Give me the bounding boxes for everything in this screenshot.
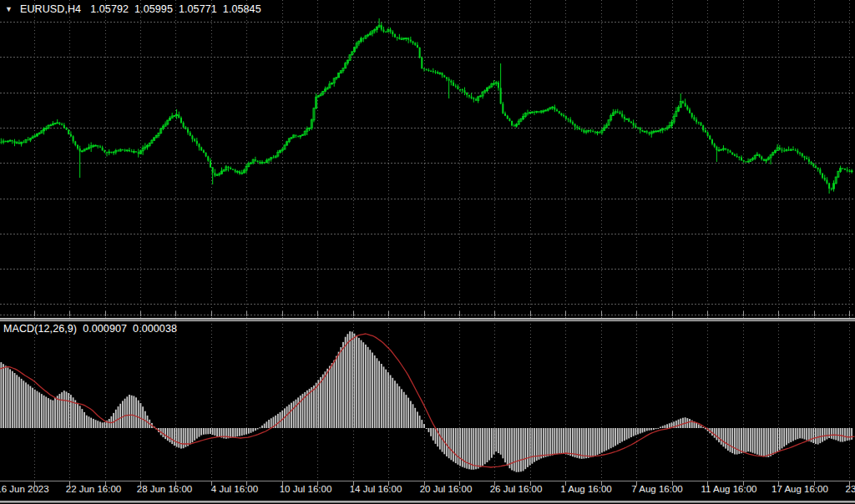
- time-axis-label: 14 Jul 16:00: [350, 484, 402, 494]
- symbol-marker-icon: ▼: [5, 6, 13, 13]
- time-axis-label: 22 Jun 16:00: [66, 484, 122, 494]
- indicator-signal-value: 0.000038: [133, 323, 177, 335]
- time-axis-label: 17 Aug 16:00: [772, 484, 828, 494]
- time-axis-label: 1 Aug 16:00: [560, 484, 611, 494]
- time-axis-label: 10 Jul 16:00: [280, 484, 332, 494]
- time-axis-label: 16 Jun 2023: [0, 484, 49, 494]
- time-axis[interactable]: 16 Jun 202322 Jun 16:0028 Jun 16:004 Jul…: [0, 483, 855, 498]
- time-axis-label: 20 Jul 16:00: [420, 484, 473, 494]
- indicator-macd-value: 0.000907: [83, 323, 127, 335]
- symbol-name: EURUSD,H4: [20, 3, 81, 15]
- ohlc-open-value: 1.05792: [90, 3, 129, 15]
- time-axis-label: 4 Jul 16:00: [211, 484, 258, 494]
- ohlc-close-value: 1.05845: [223, 3, 261, 15]
- time-axis-label: 7 Aug 16:00: [631, 484, 682, 494]
- pane-separator[interactable]: [0, 318, 855, 319]
- indicator-name: MACD(12,26,9): [3, 323, 77, 335]
- ohlc-low-value: 1.05771: [179, 3, 217, 15]
- time-axis-label: 26 Jul 16:00: [490, 484, 543, 494]
- time-axis-label: 28 Jun 16:00: [137, 484, 193, 494]
- mt4-chart-window: ▼ EURUSD,H4 1.05792 1.05995 1.05771 1.05…: [0, 0, 855, 504]
- chart-canvas[interactable]: [0, 0, 855, 504]
- time-axis-label: 11 Aug 16:00: [701, 484, 757, 494]
- symbol-ohlc-label: ▼ EURUSD,H4 1.05792 1.05995 1.05771 1.05…: [5, 3, 267, 15]
- indicator-label: MACD(12,26,9) 0.000907 0.000038: [3, 323, 183, 335]
- time-axis-label: 23: [846, 484, 855, 494]
- ohlc-high-value: 1.05995: [134, 3, 173, 15]
